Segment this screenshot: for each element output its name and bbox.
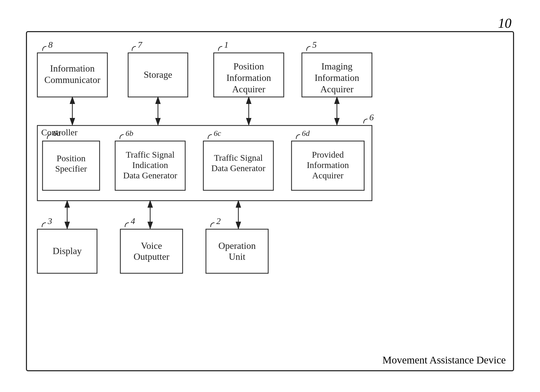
diagram-svg: 8 7 1 5 6 Controller [27, 32, 513, 370]
svg-text:Operation: Operation [218, 241, 256, 251]
svg-text:5: 5 [312, 40, 317, 50]
svg-text:Acquirer: Acquirer [312, 171, 344, 180]
svg-text:Specifier: Specifier [55, 164, 87, 173]
svg-text:4: 4 [131, 216, 135, 226]
svg-text:6c: 6c [214, 129, 221, 137]
svg-text:Information: Information [315, 73, 359, 83]
svg-text:Acquirer: Acquirer [232, 84, 265, 94]
svg-text:Outputter: Outputter [134, 251, 169, 262]
svg-text:6d: 6d [302, 129, 310, 137]
svg-text:Indication: Indication [132, 160, 168, 170]
svg-text:7: 7 [138, 40, 143, 50]
svg-text:Storage: Storage [144, 69, 172, 80]
svg-text:Provided: Provided [312, 150, 344, 159]
svg-text:8: 8 [48, 40, 53, 50]
svg-text:Position: Position [233, 61, 264, 72]
svg-text:Imaging: Imaging [321, 61, 352, 72]
device-number: 10 [498, 16, 511, 31]
svg-text:2: 2 [216, 216, 221, 226]
svg-text:Display: Display [53, 246, 82, 256]
svg-text:Acquirer: Acquirer [320, 84, 354, 94]
outer-box: Movement Assistance Device [26, 31, 514, 371]
svg-text:Data Generator: Data Generator [211, 163, 266, 173]
svg-text:6a: 6a [53, 129, 61, 137]
svg-text:1: 1 [224, 40, 229, 50]
svg-text:Data Generator: Data Generator [123, 171, 177, 180]
svg-text:6: 6 [369, 113, 374, 122]
page: 10 Movement Assistance Device [0, 0, 540, 392]
svg-rect-27 [206, 229, 268, 273]
svg-text:Communicator: Communicator [44, 75, 100, 85]
svg-text:3: 3 [47, 216, 52, 226]
svg-text:Information: Information [226, 73, 271, 83]
svg-text:Traffic Signal: Traffic Signal [214, 153, 263, 163]
svg-text:Information: Information [50, 63, 95, 74]
svg-text:Information: Information [307, 160, 349, 170]
svg-text:6b: 6b [126, 129, 133, 137]
svg-text:Position: Position [57, 153, 85, 163]
svg-text:Unit: Unit [229, 251, 245, 262]
svg-text:Traffic Signal: Traffic Signal [126, 150, 175, 159]
svg-text:Voice: Voice [141, 241, 162, 251]
svg-rect-25 [120, 229, 183, 273]
